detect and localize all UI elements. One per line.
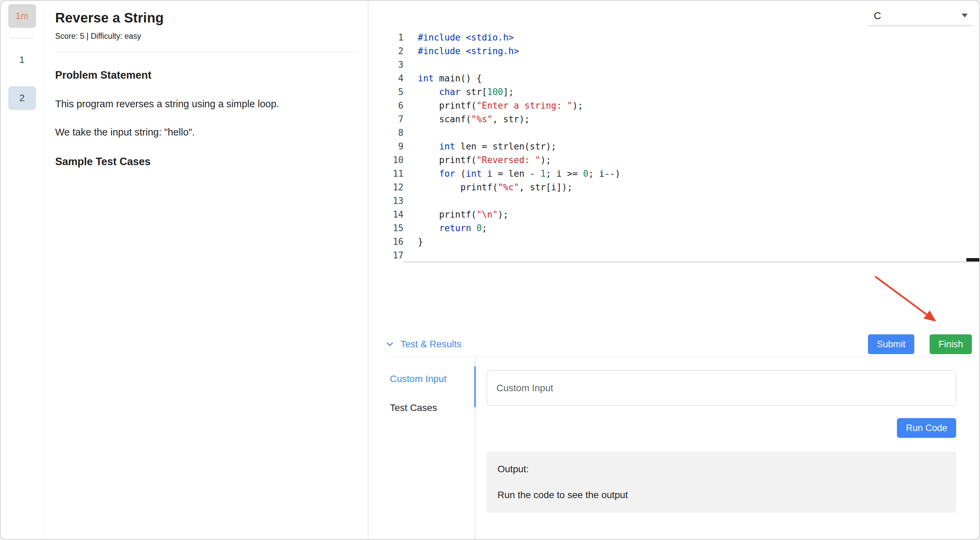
output-text: Run the code to see the output [498, 489, 945, 500]
tab-custom-input[interactable]: Custom Input [390, 370, 475, 388]
dropdown-caret-icon [962, 14, 968, 17]
line-number: 1 [368, 31, 404, 44]
line-number: 3 [368, 58, 404, 71]
line-number: 16 [368, 235, 404, 249]
code-line[interactable]: 3 [368, 58, 979, 71]
line-number: 2 [368, 44, 404, 58]
test-content: Run Code Output: Run the code to see the… [476, 357, 979, 539]
score-difficulty: Score: 5 | Difficulty: easy [55, 32, 358, 41]
language-select[interactable]: C [868, 5, 972, 26]
line-number: 14 [368, 208, 404, 221]
tab-test-cases[interactable]: Test Cases [390, 399, 475, 416]
language-value: C [874, 10, 881, 21]
output-label: Output: [498, 464, 945, 475]
line-number: 8 [368, 126, 404, 140]
code-line[interactable]: 11 for (int i = len - 1; i >= 0; i--) [368, 167, 979, 181]
question-rail: 1m 12 [1, 1, 44, 539]
chevron-down-icon [385, 339, 395, 349]
line-number: 11 [368, 167, 404, 181]
code-line[interactable]: 10 printf("Reversed: "); [368, 153, 979, 167]
code-line[interactable]: 6 printf("Enter a string: "); [368, 99, 979, 112]
question-2[interactable]: 2 [8, 86, 36, 110]
code-line[interactable]: 14 printf("\n"); [368, 208, 979, 221]
editor-scrollbar-thumb[interactable] [966, 258, 979, 262]
timer-badge: 1m [8, 4, 36, 28]
code-line[interactable]: 17 [368, 249, 979, 262]
problem-paragraph-1: This program reverses a string using a s… [55, 98, 358, 110]
problem-paragraph-2: We take the input string: "hello". [55, 127, 358, 138]
code-line[interactable]: 9 int len = strlen(str); [368, 140, 979, 153]
code-editor[interactable]: 1#include <stdio.h>2#include <string.h>3… [368, 31, 979, 262]
code-line[interactable]: 2#include <string.h> [368, 44, 979, 58]
editor-panel: C 1#include <stdio.h>2#include <string.h… [368, 1, 979, 539]
finish-button[interactable]: Finish [930, 334, 972, 354]
line-number: 17 [368, 249, 404, 262]
submit-button[interactable]: Submit [868, 334, 914, 354]
code-line[interactable]: 1#include <stdio.h> [368, 31, 979, 44]
code-line[interactable]: 5 char str[100]; [368, 85, 979, 99]
question-list: 12 [8, 38, 36, 110]
line-number: 15 [368, 221, 404, 235]
line-number: 5 [368, 85, 404, 99]
actions-bar: Test & Results Submit Finish [368, 332, 979, 356]
custom-input-field[interactable] [487, 370, 956, 406]
page-title: Reverse a String [55, 10, 358, 25]
test-results-toggle[interactable]: Test & Results [385, 339, 461, 350]
line-number: 10 [368, 153, 404, 167]
divider [55, 52, 358, 52]
test-tabs: Custom InputTest Cases [390, 357, 476, 539]
code-line[interactable]: 16} [368, 235, 979, 249]
code-line[interactable]: 13 [368, 194, 979, 208]
code-line[interactable]: 12 printf("%c", str[i]); [368, 181, 979, 194]
line-number: 13 [368, 194, 404, 208]
problem-panel: Reverse a String Score: 5 | Difficulty: … [44, 1, 368, 539]
code-line[interactable]: 4int main() { [368, 71, 979, 85]
code-line[interactable]: 15 return 0; [368, 221, 979, 235]
sample-test-cases-heading: Sample Test Cases [55, 156, 358, 168]
run-code-button[interactable]: Run Code [897, 418, 956, 438]
line-number: 6 [368, 99, 404, 112]
line-number: 12 [368, 181, 404, 194]
output-panel: Output: Run the code to see the output [487, 451, 956, 513]
line-number: 4 [368, 71, 404, 85]
question-1[interactable]: 1 [8, 48, 36, 72]
editor-toolbar: C [368, 1, 979, 31]
problem-statement-heading: Problem Statement [55, 69, 358, 81]
code-line[interactable]: 8 [368, 126, 979, 140]
code-line[interactable]: 7 scanf("%s", str); [368, 112, 979, 126]
test-panel: Custom InputTest Cases Run Code Output: … [390, 356, 979, 539]
test-results-label: Test & Results [401, 339, 461, 350]
line-number: 9 [368, 140, 404, 153]
line-number: 7 [368, 112, 404, 126]
app-window: 1m 12 Reverse a String Score: 5 | Diffic… [0, 0, 980, 540]
code-lines: 1#include <stdio.h>2#include <string.h>3… [368, 31, 979, 262]
